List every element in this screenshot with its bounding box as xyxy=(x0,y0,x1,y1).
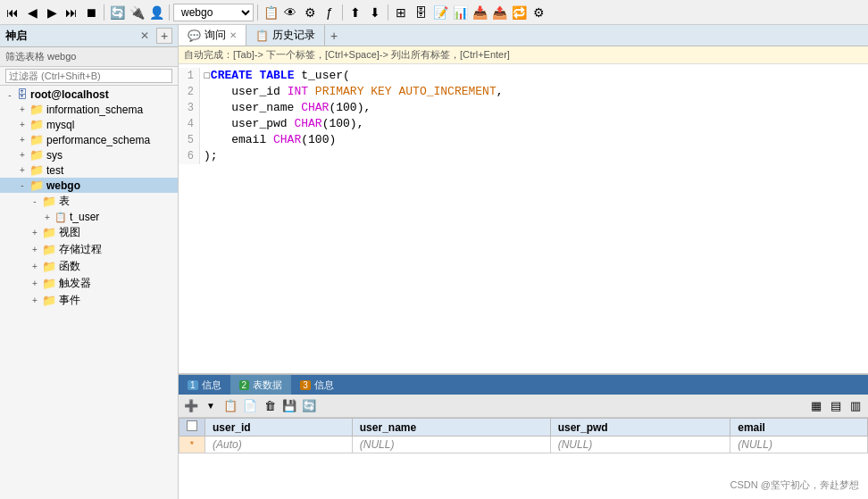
folder-icon: 📁 xyxy=(42,277,56,290)
result-icon-delete[interactable]: 🗑 xyxy=(261,397,279,415)
tree-label: 视图 xyxy=(59,225,80,240)
tab-query-close[interactable]: ✕ xyxy=(230,30,237,40)
toolbar-icon-import[interactable]: 📥 xyxy=(471,4,488,21)
result-tab-表数据[interactable]: 2 表数据 xyxy=(230,375,292,395)
result-icon-save[interactable]: 💾 xyxy=(280,397,298,415)
toolbar-icon-sync[interactable]: 🔁 xyxy=(510,4,528,21)
toolbar-icon-arrow-up[interactable]: ⬆ xyxy=(346,4,364,21)
cell-user_pwd[interactable]: (NULL) xyxy=(550,437,730,453)
toolbar-icon-user[interactable]: 👤 xyxy=(147,4,165,21)
expand-icon[interactable]: + xyxy=(29,278,41,290)
code-line-2: 2 user_id INT PRIMARY KEY AUTO_INCREMENT… xyxy=(179,84,868,100)
result-tab-num: 1 xyxy=(188,380,198,390)
tree-label: 函数 xyxy=(59,259,80,274)
result-icon-paste[interactable]: 📄 xyxy=(241,397,259,415)
toolbar-icon-2[interactable]: ◀ xyxy=(23,4,41,21)
select-all-checkbox[interactable] xyxy=(187,420,197,431)
line-number: 4 xyxy=(179,116,200,132)
toolbar-icon-settings[interactable]: ⚙ xyxy=(530,4,547,21)
expand-icon[interactable]: + xyxy=(29,227,41,239)
result-icon-refresh[interactable]: 🔄 xyxy=(300,397,318,415)
tree-label: 事件 xyxy=(59,293,80,308)
result-icon-dropdown[interactable]: ▼ xyxy=(202,397,220,415)
toolbar-sep-3 xyxy=(257,4,258,21)
result-tab-信息[interactable]: 3 信息 xyxy=(291,375,343,395)
toolbar-icon-5[interactable]: ⏹ xyxy=(82,4,100,21)
tree-item-information_schema[interactable]: + 📁 information_schema xyxy=(0,102,178,117)
toolbar-icon-view[interactable]: 👁 xyxy=(281,4,299,21)
tree-item-performance_schema[interactable]: + 📁 performance_schema xyxy=(0,132,178,147)
expand-icon[interactable]: + xyxy=(16,119,29,131)
toolbar-icon-arrow-down[interactable]: ⬇ xyxy=(366,4,384,21)
expand-icon[interactable]: + xyxy=(41,211,54,223)
folder-icon: 📁 xyxy=(42,226,56,239)
tree-item-存储过程[interactable]: + 📁 存储过程 xyxy=(0,241,178,258)
tree-item-webgo[interactable]: - 📁 webgo xyxy=(0,178,178,193)
left-panel-close[interactable]: ✕ xyxy=(140,29,149,42)
cell-email[interactable]: (NULL) xyxy=(730,437,868,453)
auto-value: (Auto) xyxy=(213,438,242,451)
result-table: user_iduser_nameuser_pwdemail *(Auto)(NU… xyxy=(179,418,868,453)
toolbar-sep-2 xyxy=(169,4,170,21)
expand-icon[interactable]: + xyxy=(29,295,41,307)
tab-add-button[interactable]: + xyxy=(325,26,343,46)
tree-item-mysql[interactable]: + 📁 mysql xyxy=(0,117,178,132)
toolbar-icon-connect[interactable]: 🔌 xyxy=(128,4,146,21)
tree-item-sys[interactable]: + 📁 sys xyxy=(0,147,178,162)
tree-item-test[interactable]: + 📁 test xyxy=(0,162,178,178)
toolbar-icon-reload[interactable]: 🔄 xyxy=(108,4,126,21)
tab-query[interactable]: 💬 询问 ✕ xyxy=(179,25,246,46)
tree-item-函数[interactable]: + 📁 函数 xyxy=(0,258,178,275)
toolbar-icon-chart[interactable]: 📊 xyxy=(451,4,469,21)
result-icon-add-row[interactable]: ➕ xyxy=(182,397,200,415)
line-content: user_id INT PRIMARY KEY AUTO_INCREMENT, xyxy=(204,84,868,100)
result-icon-copy[interactable]: 📋 xyxy=(221,397,239,415)
expand-icon[interactable]: + xyxy=(16,149,29,162)
result-icon-grid1[interactable]: ▦ xyxy=(807,397,825,415)
toolbar-icon-grid[interactable]: ⊞ xyxy=(392,4,410,21)
db-filter-label: 筛选表格 webgo xyxy=(0,47,178,67)
main-area: 神启 ✕ + 筛选表格 webgo - 🗄 root@localhost + 📁… xyxy=(0,25,868,499)
tree-item-触发器[interactable]: + 📁 触发器 xyxy=(0,275,178,292)
tree-item-root@localhost[interactable]: - 🗄 root@localhost xyxy=(0,87,178,102)
line-content: ☐CREATE TABLE t_user( xyxy=(204,68,868,84)
filter-input[interactable] xyxy=(5,69,172,83)
code-editor[interactable]: 1☐CREATE TABLE t_user(2 user_id INT PRIM… xyxy=(179,64,868,374)
toolbar-icon-export[interactable]: 📤 xyxy=(490,4,508,21)
cell-user_id[interactable]: (Auto) xyxy=(205,437,353,453)
col-header-user_name: user_name xyxy=(352,419,550,437)
tab-history[interactable]: 📋 历史记录 xyxy=(246,25,325,46)
toolbar-icon-func[interactable]: ƒ xyxy=(321,4,338,21)
expand-icon[interactable]: - xyxy=(16,179,29,192)
expand-icon[interactable]: + xyxy=(16,104,29,116)
expand-icon[interactable]: + xyxy=(29,244,41,256)
toolbar-icon-4[interactable]: ⏭ xyxy=(63,4,80,21)
tree-item-视图[interactable]: + 📁 视图 xyxy=(0,224,178,241)
toolbar-icon-schema[interactable]: 🗄 xyxy=(412,4,430,21)
line-number: 6 xyxy=(179,148,200,164)
toolbar-icon-1[interactable]: ⏮ xyxy=(4,4,21,21)
toolbar-icon-proc[interactable]: ⚙ xyxy=(301,4,319,21)
tree-item-t_user[interactable]: + 📋 t_user xyxy=(0,210,178,224)
left-panel-add[interactable]: + xyxy=(156,28,172,44)
tree-item-事件[interactable]: + 📁 事件 xyxy=(0,292,178,309)
db-selector[interactable]: webgo xyxy=(173,4,254,21)
tree-item-表[interactable]: - 📁 表 xyxy=(0,193,178,210)
expand-icon[interactable]: + xyxy=(16,134,29,146)
expand-icon[interactable]: + xyxy=(29,261,41,273)
result-icon-grid2[interactable]: ▤ xyxy=(827,397,845,415)
toolbar-icon-table[interactable]: 📋 xyxy=(262,4,280,21)
result-tab-label: 信息 xyxy=(314,378,334,392)
folder-icon: 📁 xyxy=(29,103,44,116)
line-number: 1 xyxy=(179,68,200,84)
watermark: CSDN @坚守初心，奔赴梦想 xyxy=(730,478,859,492)
expand-icon[interactable]: - xyxy=(4,88,16,101)
expand-icon[interactable]: - xyxy=(29,195,41,208)
toolbar-icon-3[interactable]: ▶ xyxy=(43,4,61,21)
cell-user_name[interactable]: (NULL) xyxy=(352,437,550,453)
row-marker: * xyxy=(179,437,205,453)
result-tab-信息[interactable]: 1 信息 xyxy=(179,375,230,395)
expand-icon[interactable]: + xyxy=(16,164,29,177)
toolbar-icon-query[interactable]: 📝 xyxy=(431,4,449,21)
result-icon-grid3[interactable]: ▥ xyxy=(847,397,864,415)
